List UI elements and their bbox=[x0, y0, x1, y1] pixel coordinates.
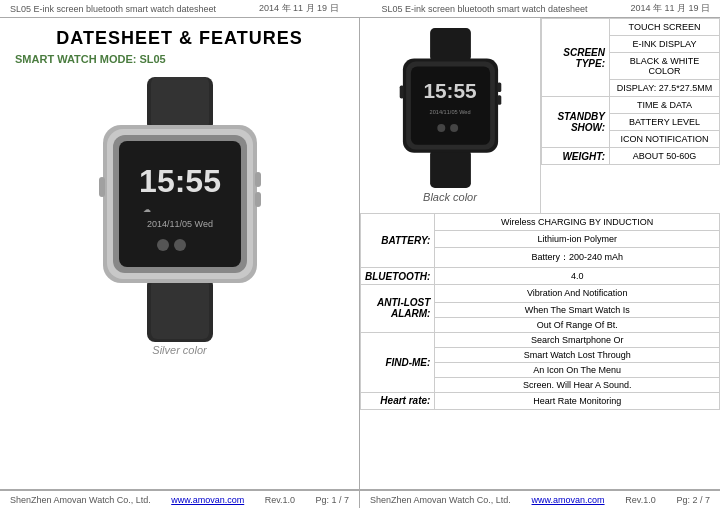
spec-touch-screen: TOUCH SCREEN bbox=[610, 19, 720, 36]
svg-text:2014/11/05 Wed: 2014/11/05 Wed bbox=[147, 219, 213, 229]
footer-page-left: Pg: 1 / 7 bbox=[315, 495, 349, 505]
svg-rect-14 bbox=[255, 172, 261, 187]
weight-label: WEIGHT: bbox=[542, 148, 610, 165]
svg-rect-20 bbox=[410, 66, 489, 144]
svg-rect-25 bbox=[399, 86, 403, 99]
spec-anti-lost2: When The Smart Watch Is bbox=[435, 302, 720, 317]
spec-anti-lost1: Vibration And Notification bbox=[435, 285, 720, 303]
silver-watch-area: 15:55 ☁ 2014/11/05 Wed Silver color bbox=[15, 77, 344, 479]
spec-anti-lost3: Out Of Range Of Bt. bbox=[435, 317, 720, 332]
page-header: SL05 E-ink screen bluetooth smart watch … bbox=[0, 0, 720, 18]
spec-find-me4: Screen. Will Hear A Sound. bbox=[435, 377, 720, 392]
footer-company-right: ShenZhen Amovan Watch Co., Ltd. bbox=[370, 495, 511, 505]
svg-point-12 bbox=[174, 239, 186, 251]
standby-label: STANDBYSHOW: bbox=[542, 97, 610, 148]
spec-row-weight: WEIGHT: ABOUT 50-60G bbox=[542, 148, 720, 165]
spec-weight: ABOUT 50-60G bbox=[610, 148, 720, 165]
footer-website-left[interactable]: www.amovan.com bbox=[171, 495, 244, 505]
spec-find-me1: Search Smartphone Or bbox=[435, 332, 720, 347]
bluetooth-label: BLUETOOTH: bbox=[361, 268, 435, 285]
black-watch-image: 15:55 2014/11/05 Wed bbox=[373, 28, 528, 188]
find-me-label: FIND-ME: bbox=[361, 332, 435, 392]
footer-rev-left: Rev.1.0 bbox=[265, 495, 295, 505]
spec-find-me3: An Icon On The Menu bbox=[435, 362, 720, 377]
black-color-label: Black color bbox=[423, 191, 477, 203]
screen-type-label: SCREENTYPE: bbox=[542, 19, 610, 97]
spec-find-me2: Smart Watch Lost Through bbox=[435, 347, 720, 362]
subtitle: SMART WATCH MODE: SL05 bbox=[15, 53, 344, 65]
specs-table-top: SCREENTYPE: TOUCH SCREEN E-INK DISPLAY B… bbox=[540, 18, 720, 213]
svg-rect-16 bbox=[430, 28, 471, 62]
spec-bluetooth: 4.0 bbox=[435, 268, 720, 285]
footer-rev-right: Rev.1.0 bbox=[625, 495, 655, 505]
footer-website-right[interactable]: www.amovan.com bbox=[532, 495, 605, 505]
anti-lost-label: ANTI-LOSTALARM: bbox=[361, 285, 435, 333]
header-right-date: 2014 年 11 月 19 日 bbox=[630, 2, 710, 15]
footer-right: ShenZhen Amovan Watch Co., Ltd. www.amov… bbox=[360, 491, 720, 508]
spec-battery-level: BATTERY LEVEL bbox=[610, 114, 720, 131]
main-content: DATESHEET & FEATURES SMART WATCH MODE: S… bbox=[0, 18, 720, 490]
header-left-date: 2014 年 11 月 19 日 bbox=[259, 2, 339, 15]
silver-watch-image: 15:55 ☁ 2014/11/05 Wed bbox=[75, 77, 285, 342]
spec-row-battery1: BATTERY: Wireless CHARGING BY INDUCTION bbox=[361, 214, 720, 231]
specs-table-bottom: BATTERY: Wireless CHARGING BY INDUCTION … bbox=[360, 213, 720, 489]
silver-color-label: Silver color bbox=[152, 344, 206, 356]
spec-icon-notif: ICON NOTIFICATION bbox=[610, 131, 720, 148]
spec-bw-color: BLACK & WHITE COLOR bbox=[610, 53, 720, 80]
spec-row-antilost: ANTI-LOSTALARM: Vibration And Notificati… bbox=[361, 285, 720, 303]
svg-point-24 bbox=[450, 124, 458, 132]
footer-left: ShenZhen Amovan Watch Co., Ltd. www.amov… bbox=[0, 491, 360, 508]
footer-company-left: ShenZhen Amovan Watch Co., Ltd. bbox=[10, 495, 151, 505]
spec-li-ion: Lithium-ion Polymer bbox=[435, 231, 720, 248]
spec-time-data: TIME & DATA bbox=[610, 97, 720, 114]
spec-battery-mah: Battery：200-240 mAh bbox=[435, 248, 720, 268]
spec-row-screen1: SCREENTYPE: TOUCH SCREEN bbox=[542, 19, 720, 36]
header-right-title: SL05 E-ink screen bluetooth smart watch … bbox=[381, 4, 587, 14]
svg-text:15:55: 15:55 bbox=[139, 163, 221, 199]
spec-row-standby1: STANDBYSHOW: TIME & DATA bbox=[542, 97, 720, 114]
svg-rect-26 bbox=[497, 82, 501, 92]
footer-page-right: Pg: 2 / 7 bbox=[676, 495, 710, 505]
page-footer: ShenZhen Amovan Watch Co., Ltd. www.amov… bbox=[0, 490, 720, 508]
right-page: 15:55 2014/11/05 Wed Black color bbox=[360, 18, 720, 489]
spec-eink: E-INK DISPLAY bbox=[610, 36, 720, 53]
spec-display-size: DISPLAY: 27.5*27.5MM bbox=[610, 80, 720, 97]
svg-rect-1 bbox=[151, 77, 209, 129]
spec-wireless-charge: Wireless CHARGING BY INDUCTION bbox=[435, 214, 720, 231]
svg-text:☁: ☁ bbox=[143, 205, 151, 214]
svg-rect-13 bbox=[99, 177, 105, 197]
header-left-title: SL05 E-ink screen bluetooth smart watch … bbox=[10, 4, 216, 14]
svg-rect-17 bbox=[430, 150, 471, 188]
svg-rect-27 bbox=[497, 95, 501, 105]
black-watch-area: 15:55 2014/11/05 Wed Black color bbox=[360, 18, 540, 213]
svg-point-11 bbox=[157, 239, 169, 251]
svg-point-23 bbox=[437, 124, 445, 132]
spec-row-bluetooth: BLUETOOTH: 4.0 bbox=[361, 268, 720, 285]
spec-row-findme1: FIND-ME: Search Smartphone Or bbox=[361, 332, 720, 347]
doc-title: DATESHEET & FEATURES bbox=[15, 28, 344, 49]
svg-text:15:55: 15:55 bbox=[423, 79, 476, 102]
spec-heart-rate: Heart Rate Monitoring bbox=[435, 392, 720, 409]
svg-rect-3 bbox=[151, 279, 209, 339]
battery-label: BATTERY: bbox=[361, 214, 435, 268]
heart-rate-label: Heart rate: bbox=[361, 392, 435, 409]
spec-row-heartrate: Heart rate: Heart Rate Monitoring bbox=[361, 392, 720, 409]
svg-rect-15 bbox=[255, 192, 261, 207]
svg-text:2014/11/05 Wed: 2014/11/05 Wed bbox=[429, 109, 470, 115]
left-page: DATESHEET & FEATURES SMART WATCH MODE: S… bbox=[0, 18, 360, 489]
